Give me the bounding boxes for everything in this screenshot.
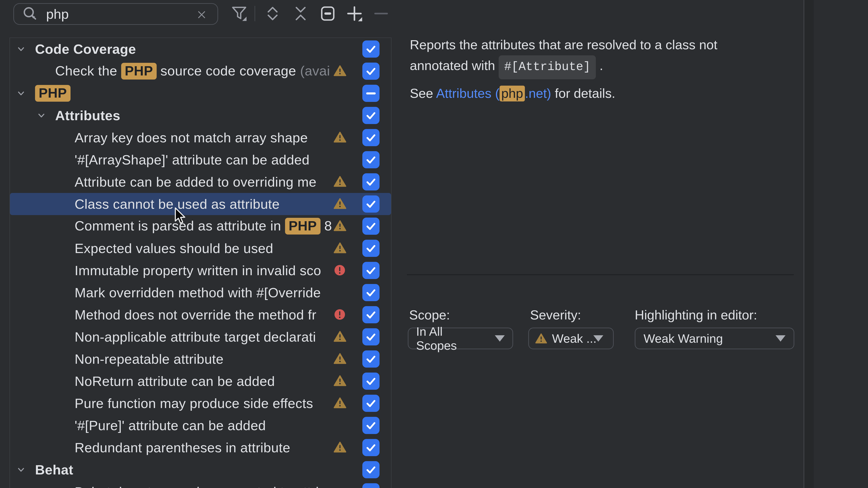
description-line2: annotated with [410, 58, 499, 73]
tree-row[interactable]: Immutable property written in invalid sc… [10, 259, 391, 282]
chevron-down-icon[interactable] [16, 465, 26, 475]
tree-row[interactable]: Non-repeatable attribute [10, 348, 391, 370]
filter-icon[interactable] [230, 4, 248, 23]
severity-dropdown[interactable]: Weak ... [528, 328, 614, 349]
inspection-checkbox[interactable] [362, 372, 379, 390]
inspection-checkbox[interactable] [362, 240, 379, 257]
inspection-checkbox[interactable] [362, 483, 379, 488]
tree-row[interactable]: Attribute can be added to overriding me [10, 171, 391, 193]
panel-divider[interactable] [391, 37, 392, 488]
tree-row[interactable]: Method does not override the method fr [10, 304, 391, 326]
warning-icon [334, 65, 346, 76]
tree-row-label: Comment is parsed as attribute in PHP 8 [74, 218, 332, 234]
tree-row[interactable]: '#[ArrayShape]' attribute can be added [10, 149, 391, 171]
attributes-doc-link[interactable]: Attributes (php.net) [436, 86, 551, 101]
see-details-line: See Attributes (php.net) for details. [410, 86, 615, 101]
tree-row[interactable]: Expected values should be used [10, 237, 391, 259]
warning-icon [334, 242, 346, 254]
warning-icon [334, 441, 346, 453]
tree-row-label: Immutable property written in invalid sc… [74, 263, 321, 278]
inspection-checkbox[interactable] [362, 306, 379, 323]
inspection-checkbox[interactable] [362, 107, 379, 124]
inspection-checkbox[interactable] [362, 151, 379, 168]
warning-icon [334, 175, 346, 187]
search-icon[interactable] [22, 5, 39, 23]
inspection-checkbox[interactable] [362, 129, 379, 146]
tree-row[interactable]: PHP [10, 82, 391, 104]
tree-row-label: NoReturn attribute can be added [74, 373, 275, 389]
inspection-checkbox[interactable] [362, 195, 379, 213]
warning-icon [334, 198, 346, 209]
inspection-checkbox[interactable] [362, 461, 379, 478]
tree-row[interactable]: Comment is parsed as attribute in PHP 8 [10, 215, 391, 237]
tree-row[interactable]: Attributes [10, 104, 391, 127]
inspection-checkbox[interactable] [362, 40, 379, 58]
inspection-checkbox[interactable] [362, 395, 379, 412]
inspection-checkbox[interactable] [362, 262, 379, 279]
inspections-settings-panel: php [0, 0, 868, 488]
tree-row-label: Code Coverage [35, 41, 136, 57]
inspection-checkbox[interactable] [362, 328, 379, 346]
warning-icon [334, 397, 346, 409]
tree-row-selected[interactable]: Class cannot be used as attribute [10, 193, 391, 215]
tree-row[interactable]: Redundant parentheses in attribute [10, 436, 391, 459]
error-icon [334, 308, 346, 321]
inspection-checkbox[interactable] [362, 417, 379, 434]
tree-row[interactable]: Code Coverage [10, 38, 391, 60]
search-match-badge: php [500, 86, 525, 101]
tree-row[interactable]: Behat [10, 459, 391, 481]
inspection-checkbox[interactable] [362, 63, 379, 80]
code-chip: #[Attribute] [499, 55, 596, 79]
tree-row-label: Array key does not match array shape [74, 130, 308, 145]
scope-dropdown[interactable]: In All Scopes [408, 328, 513, 349]
collapse-all-icon[interactable] [291, 4, 310, 23]
dropdown-arrow-icon [776, 335, 785, 341]
tree-row-label: Behat doc step can be converted to attri [74, 484, 319, 488]
warning-icon [334, 330, 346, 342]
chevron-down-icon[interactable] [16, 88, 26, 98]
tree-row-label: Behat [35, 462, 73, 478]
add-inspection-icon[interactable] [345, 4, 364, 23]
highlighting-value: Weak Warning [644, 331, 723, 346]
tree-row-label: Expected values should be used [74, 240, 273, 256]
error-icon [334, 264, 346, 276]
inspection-checkbox[interactable] [362, 350, 379, 367]
inspection-checkbox[interactable] [362, 218, 379, 235]
severity-label: Severity: [530, 307, 581, 322]
right-edge-shade [804, 0, 814, 488]
tree-row[interactable]: Mark overridden method with #[Override [10, 282, 391, 304]
toolbar-separator [254, 6, 255, 21]
tree-row[interactable]: Array key does not match array shape [10, 127, 391, 149]
remove-inspection-icon[interactable] [372, 4, 390, 23]
chevron-down-icon[interactable] [36, 110, 46, 121]
warning-icon [334, 353, 346, 364]
tree-row-label: '#[ArrayShape]' attribute can be added [74, 152, 309, 168]
highlighting-dropdown[interactable]: Weak Warning [635, 328, 794, 349]
tree-row[interactable]: Check the PHP source code coverage (avai [10, 60, 391, 82]
see-suffix: for details. [551, 86, 615, 101]
inspection-checkbox[interactable] [362, 284, 379, 301]
dialog-splitter[interactable] [804, 0, 804, 488]
clear-search-icon[interactable] [196, 9, 207, 20]
tree-row[interactable]: Pure function may produce side effects [10, 392, 391, 414]
tree-row[interactable]: NoReturn attribute can be added [10, 370, 391, 392]
inspection-checkbox[interactable] [362, 439, 379, 456]
inspection-checkbox[interactable] [362, 85, 379, 102]
tree-row-label: Attribute can be added to overriding me [74, 174, 316, 190]
search-input[interactable]: php [13, 3, 218, 25]
tree-row-label: Non-repeatable attribute [74, 351, 223, 367]
search-match-badge: PHP [121, 63, 157, 79]
tree-row-label: Method does not override the method fr [74, 307, 316, 323]
tree-row[interactable]: '#[Pure]' attribute can be added [10, 414, 391, 436]
description-line2-suffix: . [596, 58, 603, 73]
tree-row[interactable]: Behat doc step can be converted to attri [10, 481, 391, 488]
toggle-inspections-icon[interactable] [319, 4, 337, 23]
tree-row-label: PHP [35, 85, 70, 102]
expand-all-icon[interactable] [264, 4, 282, 23]
inspection-checkbox[interactable] [362, 173, 379, 191]
tree-row[interactable]: Non-applicable attribute target declarat… [10, 326, 391, 348]
chevron-down-icon[interactable] [16, 44, 26, 54]
muted-text: (avai [300, 63, 330, 78]
severity-value: Weak ... [552, 331, 596, 346]
search-value: php [46, 6, 69, 22]
